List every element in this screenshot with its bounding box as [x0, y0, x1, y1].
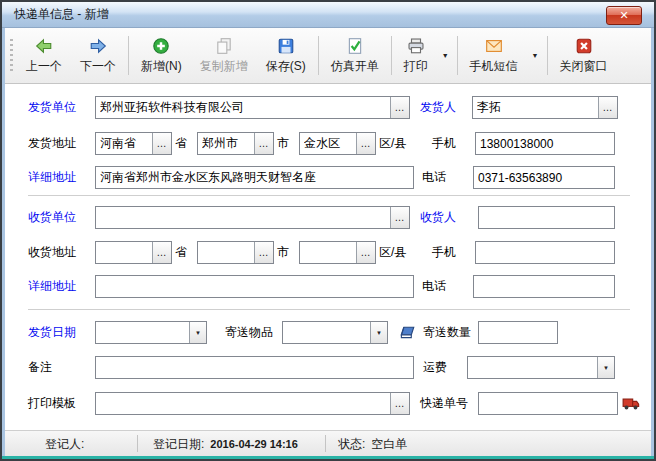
sender-district-input[interactable] [300, 133, 356, 154]
statusbar-separator [137, 435, 138, 452]
close-window-icon [575, 37, 593, 55]
quantity-label: 寄送数量 [423, 321, 471, 344]
close-window-button[interactable]: 关闭窗口 [551, 31, 617, 80]
receiver-person-label: 收货人 [420, 206, 456, 229]
receiver-detail-label: 详细地址 [28, 275, 76, 298]
add-new-label: 新增(N) [141, 58, 182, 75]
sender-mobile-label: 手机 [432, 132, 456, 155]
next-button[interactable]: 下一个 [71, 31, 125, 80]
receiver-city-input[interactable] [198, 242, 254, 263]
sender-detail-input[interactable] [95, 166, 414, 189]
receiver-district-input[interactable] [300, 242, 356, 263]
receiver-unit-ellipsis-button[interactable]: … [390, 207, 409, 228]
ship-date-dropdown-button[interactable]: ▼ [189, 322, 206, 343]
freight-input[interactable] [468, 357, 597, 378]
close-window-label: 关闭窗口 [560, 58, 608, 75]
title-bar: 快递单信息 - 新增 ✕ [2, 2, 654, 28]
receiver-mobile-label: 手机 [432, 241, 456, 264]
arrow-left-icon [35, 37, 53, 55]
sender-district-suffix: 区/县 [379, 132, 406, 155]
copy-new-label: 复制新增 [200, 58, 248, 75]
copy-icon [215, 37, 233, 55]
receiver-phone-input[interactable] [473, 275, 615, 298]
receiver-city-suffix: 市 [277, 241, 289, 264]
sender-province-suffix: 省 [175, 132, 187, 155]
receiver-province-input[interactable] [96, 242, 152, 263]
receiver-address-label: 收货地址 [28, 241, 76, 264]
truck-icon[interactable] [622, 394, 640, 412]
sender-mobile-input[interactable] [475, 132, 615, 155]
printer-icon [407, 37, 425, 55]
receiver-district-suffix: 区/县 [379, 241, 406, 264]
previous-button[interactable]: 上一个 [17, 31, 71, 80]
titlebar-close-button[interactable]: ✕ [606, 6, 642, 25]
receiver-detail-input[interactable] [95, 275, 414, 298]
items-input[interactable] [283, 322, 370, 343]
section-divider [28, 195, 630, 196]
sender-province-lookup: … [95, 132, 172, 155]
sender-unit-label: 发货单位 [28, 96, 76, 119]
sender-province-input[interactable] [96, 133, 152, 154]
sender-city-suffix: 市 [277, 132, 289, 155]
toolbar-separator [128, 36, 129, 75]
freight-dropdown-button[interactable]: ▼ [597, 357, 614, 378]
print-template-input[interactable] [96, 393, 390, 414]
print-template-lookup: … [95, 392, 410, 415]
receiver-unit-lookup: … [95, 206, 410, 229]
toolbar-grip[interactable] [10, 39, 13, 72]
print-template-ellipsis-button[interactable]: … [390, 393, 409, 414]
items-dropdown-button[interactable]: ▼ [370, 322, 387, 343]
sender-city-ellipsis-button[interactable]: … [254, 133, 273, 154]
toolbar-separator [547, 36, 548, 75]
sms-dropdown-arrow[interactable]: ▼ [527, 31, 544, 80]
notes-input[interactable] [95, 356, 414, 379]
receiver-province-ellipsis-button[interactable]: … [152, 242, 171, 263]
toolbar-separator [391, 36, 392, 75]
receiver-mobile-input[interactable] [475, 241, 615, 264]
next-label: 下一个 [80, 58, 116, 75]
sender-person-ellipsis-button[interactable]: … [598, 97, 617, 118]
sender-province-ellipsis-button[interactable]: … [152, 133, 171, 154]
window-title: 快递单信息 - 新增 [14, 6, 109, 23]
save-button[interactable]: 保存(S) [257, 31, 315, 80]
order-form: 发货单位 … 发货人 … 发货地址 … 省 … 市 … 区/县 手机 详细地址 [5, 85, 651, 430]
print-template-label: 打印模板 [28, 392, 76, 415]
window-frame-right [651, 28, 654, 456]
add-plus-icon [152, 37, 170, 55]
regdate-label: 登记日期: [153, 436, 204, 453]
quantity-input[interactable] [478, 321, 558, 344]
sms-label: 手机短信 [470, 58, 518, 75]
receiver-city-ellipsis-button[interactable]: … [254, 242, 273, 263]
receiver-unit-input[interactable] [96, 207, 390, 228]
sms-button[interactable]: 手机短信 [461, 31, 527, 80]
receiver-district-ellipsis-button[interactable]: … [356, 242, 375, 263]
sender-district-ellipsis-button[interactable]: … [356, 133, 375, 154]
items-label: 寄送物品 [225, 321, 273, 344]
envelope-icon [485, 37, 503, 55]
sender-phone-label: 电话 [422, 166, 446, 189]
simulate-billing-label: 仿真开单 [331, 58, 379, 75]
print-button[interactable]: 打印 [395, 31, 437, 80]
arrow-right-icon [89, 37, 107, 55]
ship-date-input[interactable] [96, 322, 189, 343]
add-new-button[interactable]: 新增(N) [132, 31, 191, 80]
book-icon[interactable] [398, 323, 416, 341]
sender-phone-input[interactable] [473, 166, 615, 189]
receiver-unit-label: 收货单位 [28, 206, 76, 229]
status-group: 状态: 空白单 [338, 431, 407, 457]
statusbar-separator [325, 435, 326, 452]
sender-unit-ellipsis-button[interactable]: … [390, 97, 409, 118]
receiver-city-lookup: … [197, 241, 274, 264]
tracking-number-input[interactable] [478, 392, 618, 415]
copy-new-button: 复制新增 [191, 31, 257, 80]
section-divider [28, 309, 630, 310]
simulate-billing-button[interactable]: 仿真开单 [322, 31, 388, 80]
receiver-person-input[interactable] [478, 206, 615, 229]
sender-unit-input[interactable] [96, 97, 390, 118]
sender-person-input[interactable] [473, 97, 598, 118]
print-dropdown-arrow[interactable]: ▼ [437, 31, 454, 80]
regdate-group: 登记日期: 2016-04-29 14:16 [153, 431, 298, 457]
sender-city-input[interactable] [198, 133, 254, 154]
save-floppy-icon [277, 37, 295, 55]
registrar-label: 登记人: [45, 436, 84, 453]
